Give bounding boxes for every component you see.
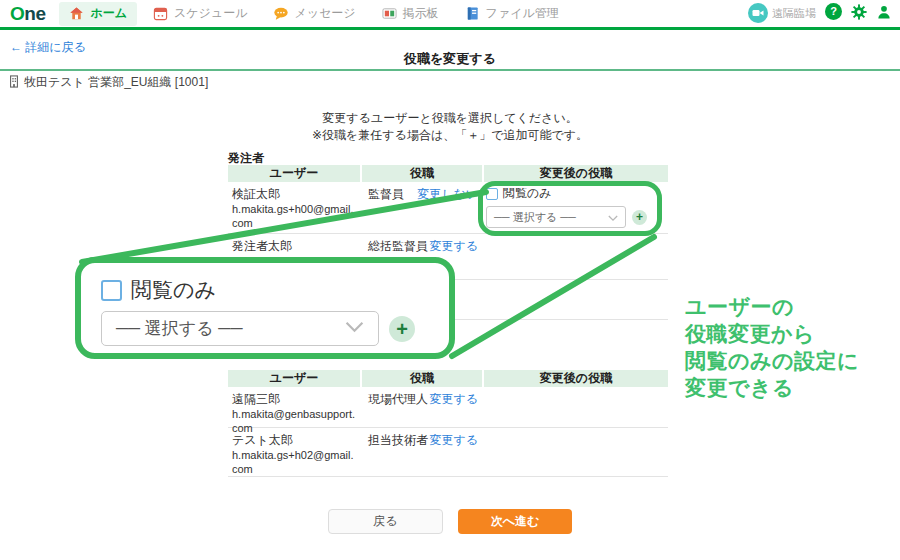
annotation-text: ユーザーの 役職変更から 閲覧のみの設定に 変更できる bbox=[685, 293, 859, 401]
account-button[interactable] bbox=[876, 4, 892, 24]
table-row: テスト太郎 h.makita.gs+h02@gmail.com 担当技術者 変更… bbox=[228, 428, 668, 477]
role-name: 担当技術者 bbox=[368, 432, 428, 449]
tab-home[interactable]: ホーム bbox=[59, 2, 137, 26]
role-name: 総括監督員 bbox=[368, 238, 428, 255]
user-cell: テスト太郎 h.makita.gs+h02@gmail.com bbox=[228, 428, 362, 476]
annotation-line-3: 閲覧のみの設定に bbox=[685, 347, 859, 374]
role-cell: 監督員 変更しない bbox=[362, 182, 484, 233]
role-cell: 担当技術者 変更する bbox=[362, 428, 484, 476]
new-role-cell bbox=[484, 387, 668, 427]
instruction-line-2: ※役職を兼任する場合は、「＋」で追加可能です。 bbox=[0, 127, 900, 144]
title-divider bbox=[0, 69, 900, 71]
add-role-button[interactable]: + bbox=[632, 210, 647, 225]
user-email: h.makita.gs+h02@gmail.com bbox=[232, 448, 358, 476]
user-cell: 遠隔三郎 h.makita@genbasupport.com bbox=[228, 387, 362, 427]
organization-label: 牧田テスト 営業部_EU組織 [1001] bbox=[24, 74, 208, 91]
top-navbar: One ホーム スケジュール メッセージ 掲示板 ファイル管理 遠隔臨場 ? bbox=[0, 0, 900, 30]
role-name: 現場代理人 bbox=[368, 391, 428, 408]
view-only-checkbox[interactable] bbox=[486, 188, 498, 200]
user-email: h.makita.gs+h00@gmail.com bbox=[232, 202, 358, 230]
contractor-table: ユーザー 役職 変更後の役職 遠隔三郎 h.makita@genbasuppor… bbox=[228, 370, 668, 477]
app-logo[interactable]: One bbox=[10, 3, 45, 25]
new-role-cell: 閲覧のみ ── 選択する ── + bbox=[484, 182, 668, 233]
page-title: 役職を変更する bbox=[0, 50, 900, 68]
new-role-cell bbox=[484, 428, 668, 476]
calendar-icon bbox=[153, 6, 169, 22]
view-only-label-magnified: 閲覧のみ bbox=[131, 276, 216, 304]
annotation-line-2: 役職変更から bbox=[685, 320, 859, 347]
back-button[interactable]: 戻る bbox=[328, 509, 443, 534]
user-cell: 検証太郎 h.makita.gs+h00@gmail.com bbox=[228, 182, 362, 233]
new-role-cell bbox=[484, 234, 668, 279]
tab-board-label: 掲示板 bbox=[403, 5, 439, 22]
view-only-checkbox-magnified[interactable] bbox=[101, 280, 122, 301]
chat-icon bbox=[273, 6, 289, 22]
tab-schedule-label: スケジュール bbox=[174, 5, 247, 22]
dont-change-link[interactable]: 変更しない bbox=[417, 186, 478, 203]
instructions: 変更するユーザーと役職を選択してください。 ※役職を兼任する場合は、「＋」で追加… bbox=[0, 110, 900, 144]
logo-o: O bbox=[10, 3, 24, 24]
file-icon bbox=[465, 6, 481, 22]
table-header-row: ユーザー 役職 変更後の役職 bbox=[228, 370, 668, 387]
tab-board[interactable]: 掲示板 bbox=[372, 2, 449, 26]
board-icon bbox=[382, 6, 398, 22]
tab-schedule[interactable]: スケジュール bbox=[143, 2, 257, 26]
user-name: 発注者太郎 bbox=[232, 238, 358, 254]
next-button[interactable]: 次へ進む bbox=[458, 509, 572, 534]
remote-presence-badge[interactable]: 遠隔臨場 bbox=[748, 3, 816, 25]
help-button[interactable]: ? bbox=[825, 3, 842, 24]
user-name: 遠隔三郎 bbox=[232, 391, 358, 407]
annotation-line-4: 変更できる bbox=[685, 374, 859, 401]
tab-message-label: メッセージ bbox=[294, 5, 355, 22]
tab-files-label: ファイル管理 bbox=[486, 5, 559, 22]
instruction-line-1: 変更するユーザーと役職を選択してください。 bbox=[0, 110, 900, 127]
column-header-new-role: 変更後の役職 bbox=[484, 370, 668, 387]
change-link[interactable]: 変更する bbox=[429, 432, 478, 449]
role-select-magnified[interactable]: ── 選択する ── bbox=[101, 311, 379, 346]
role-select-value-magnified: ── 選択する ── bbox=[116, 317, 242, 340]
page: One ホーム スケジュール メッセージ 掲示板 ファイル管理 遠隔臨場 ? bbox=[0, 0, 900, 560]
tab-home-label: ホーム bbox=[90, 5, 127, 22]
user-name: テスト太郎 bbox=[232, 432, 358, 448]
role-select[interactable]: ── 選択する ── bbox=[486, 206, 626, 228]
column-header-new-role: 変更後の役職 bbox=[484, 165, 668, 182]
change-link[interactable]: 変更する bbox=[429, 238, 478, 255]
column-header-user: ユーザー bbox=[228, 165, 360, 182]
logo-ne: ne bbox=[24, 3, 45, 24]
chevron-down-icon bbox=[345, 320, 364, 338]
column-header-role: 役職 bbox=[362, 370, 482, 387]
tab-files[interactable]: ファイル管理 bbox=[455, 2, 569, 26]
annotation-line-1: ユーザーの bbox=[685, 293, 859, 320]
role-name: 監督員 bbox=[368, 186, 404, 203]
role-select-value: ── 選択する ── bbox=[494, 210, 576, 225]
column-header-user: ユーザー bbox=[228, 370, 360, 387]
building-icon bbox=[8, 75, 20, 91]
column-header-role: 役職 bbox=[362, 165, 482, 182]
tab-message[interactable]: メッセージ bbox=[263, 2, 365, 26]
help-icon: ? bbox=[830, 5, 837, 17]
role-cell: 現場代理人 変更する bbox=[362, 387, 484, 427]
table-row: 検証太郎 h.makita.gs+h00@gmail.com 監督員 変更しない… bbox=[228, 182, 668, 234]
add-role-button-magnified[interactable]: + bbox=[389, 316, 415, 342]
table-header-row: ユーザー 役職 変更後の役職 bbox=[228, 165, 668, 182]
settings-button[interactable] bbox=[851, 4, 867, 24]
organization-line: 牧田テスト 営業部_EU組織 [1001] bbox=[8, 74, 208, 91]
view-only-label: 閲覧のみ bbox=[503, 185, 552, 202]
video-camera-icon bbox=[748, 3, 768, 25]
table-row: 遠隔三郎 h.makita@genbasupport.com 現場代理人 変更す… bbox=[228, 387, 668, 428]
change-link[interactable]: 変更する bbox=[429, 391, 478, 408]
user-name: 検証太郎 bbox=[232, 186, 358, 202]
magnified-callout-box: 閲覧のみ ── 選択する ── + bbox=[75, 257, 455, 359]
home-icon bbox=[69, 6, 85, 22]
navbar-right: 遠隔臨場 ? bbox=[748, 3, 900, 25]
remote-presence-label: 遠隔臨場 bbox=[772, 6, 816, 21]
chevron-down-icon bbox=[608, 208, 618, 226]
